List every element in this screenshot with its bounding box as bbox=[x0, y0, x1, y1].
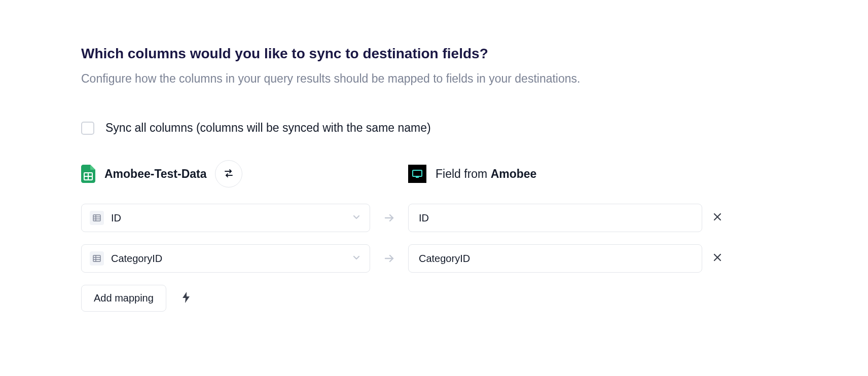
close-icon bbox=[712, 212, 722, 224]
chevron-down-icon bbox=[351, 212, 361, 224]
destination-label: Field from Amobee bbox=[436, 167, 536, 181]
google-sheets-icon bbox=[81, 165, 95, 183]
chevron-down-icon bbox=[351, 252, 361, 265]
destination-field-text[interactable] bbox=[419, 253, 692, 265]
svg-rect-7 bbox=[93, 255, 100, 261]
column-icon bbox=[90, 211, 104, 225]
source-column-select-0[interactable]: ID bbox=[81, 204, 370, 232]
close-icon bbox=[712, 252, 722, 265]
source-column-value: CategoryID bbox=[111, 253, 351, 265]
source-column-value: ID bbox=[111, 212, 351, 224]
svg-rect-3 bbox=[93, 215, 100, 221]
remove-mapping-button-0[interactable] bbox=[712, 204, 722, 232]
swap-icon bbox=[224, 169, 233, 179]
sync-all-checkbox[interactable] bbox=[81, 122, 94, 135]
bolt-icon[interactable] bbox=[182, 292, 191, 305]
arrow-right-icon bbox=[383, 204, 395, 232]
remove-mapping-button-1[interactable] bbox=[712, 244, 722, 273]
add-mapping-button[interactable]: Add mapping bbox=[81, 285, 166, 312]
column-icon bbox=[90, 251, 104, 266]
refresh-columns-button[interactable] bbox=[215, 160, 242, 187]
destination-field-text[interactable] bbox=[419, 212, 692, 224]
source-name: Amobee-Test-Data bbox=[104, 167, 207, 181]
section-subheading: Configure how the columns in your query … bbox=[81, 72, 787, 86]
destination-field-input-1[interactable] bbox=[408, 244, 702, 273]
amobee-icon bbox=[408, 165, 426, 183]
sync-all-label: Sync all columns (columns will be synced… bbox=[105, 121, 431, 135]
svg-rect-13 bbox=[413, 170, 422, 176]
destination-field-input-0[interactable] bbox=[408, 204, 702, 232]
arrow-right-icon bbox=[383, 244, 395, 273]
source-column-select-1[interactable]: CategoryID bbox=[81, 244, 370, 273]
section-heading: Which columns would you like to sync to … bbox=[81, 46, 787, 62]
